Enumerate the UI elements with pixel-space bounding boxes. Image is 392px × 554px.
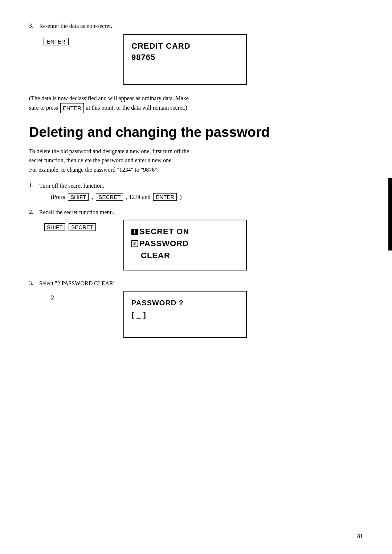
press-label: (Press	[51, 194, 65, 200]
section-description: To delete the old password and designate…	[29, 147, 356, 175]
note-paragraph: (The data is now declassified and will a…	[29, 94, 356, 113]
desc-line-3: For example, to change the password "123…	[29, 167, 159, 173]
note-text-1: (The data is now declassified and will a…	[29, 95, 189, 101]
step-1-keys: (Press SHIFT , SECRET , 1234 and ENTER )	[51, 193, 356, 201]
note-text-3: at this point, or the data will remain s…	[86, 105, 187, 111]
step-2-screen-container: 1 SECRET ON 2 PASSWORD CLEAR	[123, 220, 356, 270]
step-3-screen-container: CREDIT CARD 98765	[123, 34, 356, 85]
menu-item-1-text: SECRET ON	[139, 226, 189, 237]
menu-item-1-line: 1 SECRET ON	[131, 226, 239, 237]
step-2: 2. Recall the secret function menu.	[29, 208, 356, 217]
close-paren-1: )	[180, 194, 181, 200]
screen-line-1: CREDIT CARD	[131, 41, 239, 52]
enter-key-1: ENTER	[153, 193, 177, 201]
step-3-select-text: Select "2 PASSWORD CLEAR".	[39, 279, 117, 288]
step-3-content: ENTER CREDIT CARD 98765	[29, 34, 356, 85]
desc-line-2: secret function, then delete the passwor…	[29, 157, 173, 163]
step-2-left: SHIFT SECRET	[29, 220, 123, 231]
comma-1: ,	[91, 194, 93, 200]
step-3-select-number: 3.	[29, 279, 39, 286]
step-3-left: ENTER	[29, 34, 123, 51]
step-1-text: Turn off the secret function.	[39, 182, 104, 190]
step-2-number: 2.	[29, 208, 39, 215]
page-number: 81	[357, 533, 363, 539]
step-2-text: Recall the secret function menu.	[39, 208, 114, 217]
password-screen-line-1: PASSWORD ?	[131, 297, 239, 308]
step-1-number: 1.	[29, 182, 39, 189]
page-border-decoration	[388, 178, 392, 250]
step-2-content: SHIFT SECRET 1 SECRET ON 2 PASSWORD CLEA…	[29, 220, 356, 270]
page-content: 3. Re-enter the data as non-secret. ENTE…	[29, 22, 356, 338]
menu-item-3-text: CLEAR	[141, 250, 170, 261]
step-3-input-value: 2	[51, 294, 54, 302]
secret-key-1: SECRET	[96, 193, 123, 201]
password-prompt-screen: PASSWORD ? [ _ ]	[123, 291, 247, 338]
step-3-number: 3.	[29, 22, 39, 29]
screen-line-2: 98765	[131, 52, 239, 63]
desc-line-1: To delete the old password and designate…	[29, 148, 189, 154]
secret-menu-screen: 1 SECRET ON 2 PASSWORD CLEAR	[123, 220, 247, 270]
credit-card-screen: CREDIT CARD 98765	[123, 34, 247, 85]
secret-key-2: SECRET	[69, 223, 96, 231]
enter-inline-key: ENTER	[60, 103, 84, 113]
step-1: 1. Turn off the secret function.	[29, 182, 356, 190]
password-screen-line-2: [ _ ]	[131, 310, 239, 321]
menu-item-2-num: 2	[131, 240, 138, 247]
step-3-select-left: 2	[29, 291, 123, 302]
step-3-reenter: 3. Re-enter the data as non-secret.	[29, 22, 356, 30]
section-heading: Deleting and changing the password	[29, 124, 356, 141]
step-3-text: Re-enter the data as non-secret.	[39, 22, 112, 30]
menu-item-2-line: 2 PASSWORD	[131, 238, 239, 249]
middle-text-1: , 1234 and	[126, 194, 150, 200]
step-3-select-screen-container: PASSWORD ? [ _ ]	[123, 291, 356, 338]
step-1-key-row: (Press SHIFT , SECRET , 1234 and ENTER )	[51, 193, 356, 201]
shift-key-1: SHIFT	[68, 193, 89, 201]
step-3-select-content: 2 PASSWORD ? [ _ ]	[29, 291, 356, 338]
step-3-select: 3. Select "2 PASSWORD CLEAR".	[29, 279, 356, 288]
shift-key-2: SHIFT	[44, 223, 65, 231]
menu-item-3-line: CLEAR	[131, 250, 239, 261]
menu-item-2-text: PASSWORD	[139, 238, 189, 249]
enter-button-1[interactable]: ENTER	[44, 38, 69, 45]
note-text-2: sure to press	[29, 105, 58, 111]
menu-item-1-num: 1	[131, 229, 138, 235]
